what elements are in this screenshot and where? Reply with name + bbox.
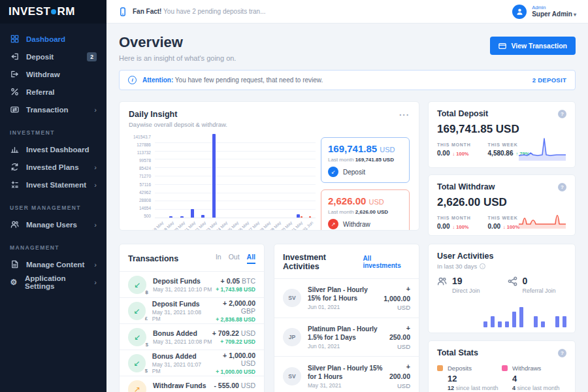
stat-withdraws: Withdraws 4 4 since last month — [502, 365, 566, 391]
investment-activities-card: Investment Activities All investments SV… — [274, 244, 419, 392]
daily-insight-subtitle: Daywise overall depsoit & withdraw. — [129, 121, 227, 128]
sidebar-item-label: Invest Dashboard — [26, 146, 90, 154]
deposit-icon — [10, 52, 19, 61]
chevron-right-icon: › — [94, 163, 97, 171]
tab-out[interactable]: Out — [229, 253, 240, 264]
gear-icon: ⚙ — [10, 278, 18, 287]
page-subtitle: Here is an insight of what's going on. — [119, 54, 236, 62]
transactions-title: Transactions — [128, 254, 178, 263]
alert-message: You have few pending request, that need … — [175, 76, 323, 84]
deposit-in-icon: ↙£ — [128, 302, 146, 320]
deposit-legend-label: Deposit — [343, 169, 365, 176]
chevron-right-icon: › — [94, 106, 97, 114]
deposit-lastmonth-value: 169,741.85 USD — [355, 157, 394, 163]
daily-insight-title: Daily Insight — [129, 110, 227, 119]
view-transaction-button[interactable]: View Transaction — [490, 37, 576, 55]
sidebar-item-label: Dashboard — [26, 35, 65, 43]
investments-list: SV Silver Plan - Hourly 15% for 1 HoursJ… — [274, 278, 419, 392]
daily-chart-xaxis: 18 May19 May20 May21 May22 May23 May24 M… — [155, 218, 316, 231]
sidebar-item-withdraw[interactable]: Withdraw — [0, 65, 106, 83]
sidebar-section-user-management: USER MANAGEMENT — [0, 193, 106, 216]
currency-symbol: $ — [145, 368, 148, 374]
bar-chart-icon — [10, 145, 19, 154]
card-icon — [498, 42, 506, 50]
sidebar: INVESTRM Dashboard Deposit 2 Withdraw Re… — [0, 0, 106, 392]
plan-avatar: SV — [283, 367, 301, 385]
view-transaction-label: View Transaction — [511, 42, 567, 50]
transactions-list: ↙฿ Deposit FundsMay 31, 2021 10:10 PM + … — [120, 271, 264, 392]
transaction-row[interactable]: ↙$ Bonus AddedMay 31, 2021 10:08 PM + 70… — [120, 323, 264, 350]
brand-text-after: RM — [57, 5, 74, 18]
deposit-total-currency: USD — [380, 146, 395, 154]
calc-icon — [10, 180, 19, 189]
total-stats-title: Total Stats — [437, 348, 478, 357]
investment-row[interactable]: SV Silver Plan - Hourly 15% for 1 HoursJ… — [274, 278, 419, 318]
sidebar-item-dashboard[interactable]: Dashboard — [0, 30, 106, 48]
withdraw-out-icon: ↗$ — [128, 380, 146, 392]
sidebar-item-manage-content[interactable]: Manage Content › — [0, 255, 106, 273]
file-icon — [10, 260, 19, 269]
help-icon[interactable]: ? — [558, 110, 566, 118]
daily-chart-yaxis: 141543.712788611373299578854247127057116… — [129, 135, 155, 218]
sidebar-item-invest-dashboard[interactable]: Invest Dashboard — [0, 140, 106, 158]
deposit-summary-box: 169,741.85 USD Last month 169,741.85 USD… — [321, 137, 410, 183]
transaction-row[interactable]: ↙$ Bonus AddedMay 31, 2021 01:07 PM + 1,… — [120, 350, 264, 376]
legend-square-icon — [437, 365, 443, 371]
sidebar-item-deposit[interactable]: Deposit 2 — [0, 48, 106, 65]
all-investments-link[interactable]: All investments — [363, 255, 410, 269]
total-deposit-card: Total Deposit ? 169,741.85 USD THIS MONT… — [428, 101, 576, 168]
sidebar-item-application-settings[interactable]: ⚙ Application Settings › — [0, 273, 106, 291]
currency-symbol: ฿ — [145, 289, 148, 295]
investment-row[interactable]: SV Silver Plan - Hourly 15% for 1 HoursM… — [274, 356, 419, 392]
investment-row[interactable]: JP Platinum Plan - Hourly 1.5% for 1 Day… — [274, 318, 419, 357]
alert-action-link[interactable]: 2 DEPOSIT — [532, 76, 566, 84]
sidebar-item-label: Withdraw — [26, 71, 60, 78]
sidebar-item-invest-statement[interactable]: Invest Statement › — [0, 176, 106, 193]
sidebar-item-label: Deposit — [26, 53, 54, 61]
currency-symbol: $ — [146, 342, 148, 348]
info-icon[interactable]: i — [480, 263, 485, 269]
withdraw-lastmonth-value: 2,626.00 USD — [355, 209, 388, 215]
users-icon — [10, 220, 19, 229]
sidebar-item-referral[interactable]: Referral — [0, 83, 106, 101]
plan-avatar: SV — [283, 289, 301, 307]
daily-insight-card: Daily Insight Daywise overall depsoit & … — [119, 101, 419, 231]
sidebar-item-label: Transaction — [26, 106, 69, 114]
transaction-row[interactable]: ↙£ Deposit FundsMay 31, 2021 10:08 PM + … — [120, 297, 264, 323]
help-icon[interactable]: ? — [558, 183, 566, 191]
transaction-row[interactable]: ↙฿ Deposit FundsMay 31, 2021 10:10 PM + … — [120, 271, 264, 297]
deposit-sparkline — [517, 135, 567, 161]
sidebar-item-label: Manage Users — [26, 221, 77, 229]
info-icon: i — [128, 76, 137, 84]
tab-all[interactable]: All — [247, 253, 255, 264]
topbar: Fan Fact! You have 2 pending deposits tr… — [106, 0, 588, 24]
phone-icon — [118, 7, 127, 16]
help-icon[interactable]: ? — [558, 349, 566, 357]
withdraw-total-value: 2,626.00 — [328, 195, 366, 206]
sidebar-item-label: Invest Statement — [26, 181, 86, 189]
total-withdraw-card: Total Withdraw ? 2,626.00 USD THIS MONTH… — [428, 174, 576, 236]
brand-logo[interactable]: INVESTRM — [0, 0, 106, 24]
profile-name: Super Admin — [532, 10, 572, 18]
transaction-row[interactable]: ↗$ Withdraw FundsMay 31, 2021 07:57 AM -… — [120, 376, 264, 392]
sidebar-item-manage-users[interactable]: Manage Users › — [0, 216, 106, 233]
sidebar-item-transaction[interactable]: Transaction › — [0, 101, 106, 118]
deposit-in-icon: ↙฿ — [128, 276, 146, 294]
sidebar-section-management: MANAGEMENT — [0, 233, 106, 255]
sidebar-item-label: Invested Plans — [26, 163, 79, 171]
withdraw-sparkline — [517, 203, 567, 229]
withdraw-summary-box: 2,626.00 USD Last month 2,626.00 USD ↗Wi… — [321, 189, 410, 231]
sidebar-item-invested-plans[interactable]: Invested Plans › — [0, 158, 106, 176]
tab-in[interactable]: In — [216, 253, 221, 264]
people-icon — [437, 276, 447, 286]
more-menu-icon[interactable]: ··· — [399, 110, 410, 128]
notice-title: Fan Fact! — [133, 8, 161, 15]
card-icon — [10, 105, 19, 114]
total-deposit-value: 169,741.85 USD — [437, 123, 566, 136]
total-withdraw-title: Total Withdraw — [437, 182, 495, 191]
currency-symbol: £ — [145, 316, 148, 321]
profile-menu[interactable]: Admin Super Admin▾ — [512, 5, 576, 19]
percent-icon — [10, 88, 19, 97]
plan-avatar: JP — [283, 328, 301, 346]
investment-activities-title: Investment Activities — [283, 253, 363, 271]
